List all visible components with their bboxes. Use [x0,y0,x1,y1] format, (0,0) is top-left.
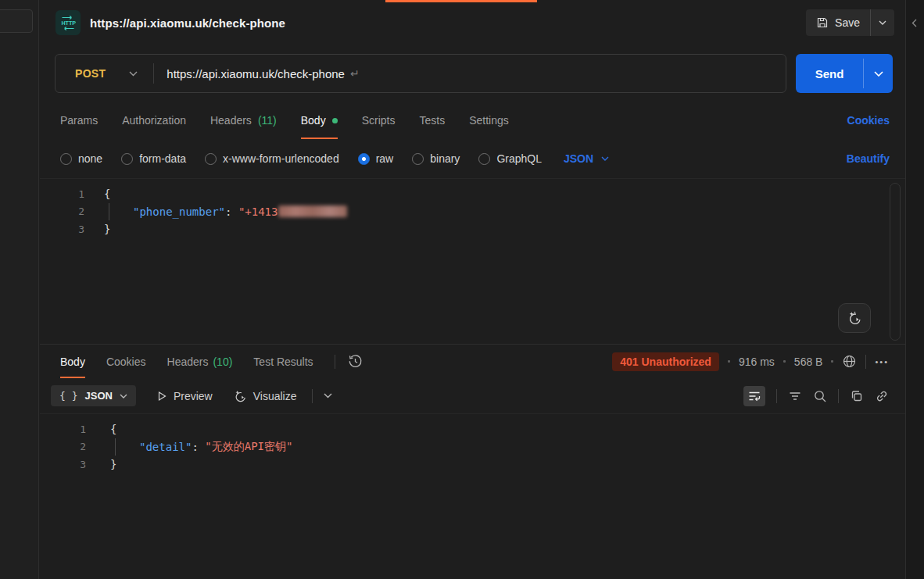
code-line: 1 { [40,185,905,203]
radio-graphql[interactable]: GraphQL [478,152,542,165]
http-request-icon: HTTP [56,10,81,35]
sidebar-collapsed-item[interactable] [0,9,33,33]
code-line: 2 "phone_number": "+1413 [40,203,905,221]
request-body-editor[interactable]: 1 { 2 "phone_number": "+1413 3 } [40,178,905,344]
status-badge[interactable]: 401 Unauthorized [612,352,719,371]
request-title: https://api.xiaomu.uk/check-phone [90,16,285,30]
cookies-link[interactable]: Cookies [847,102,890,139]
code-text: { [110,423,116,435]
send-options-button[interactable] [864,54,893,93]
url-input-box: POST https://api.xiaomu.uk/check-phone ↵ [55,54,786,93]
response-tool-icons [743,386,889,406]
code-line: 2 "detail": "无效的API密钥" [40,438,905,456]
network-info-button[interactable] [842,354,857,369]
chevron-down-icon [601,156,609,161]
chevron-down-icon [874,71,883,77]
response-tab-test-results[interactable]: Test Results [253,345,313,378]
divider [335,355,335,369]
code-line: 3 } [40,456,905,474]
code-text: "phone_number": "+1413 [104,206,347,218]
radio-raw[interactable]: raw [358,152,394,165]
preview-button[interactable]: Preview [156,390,213,402]
visualize-button[interactable]: Visualize [233,389,297,403]
json-separator: : [192,441,205,453]
wrap-text-icon [747,389,761,403]
response-history-button[interactable] [348,354,363,369]
method-selector[interactable]: POST [56,67,153,80]
radio-binary[interactable]: binary [412,152,460,165]
preview-label: Preview [174,390,213,402]
wrap-text-button[interactable] [743,386,765,406]
postbot-sparkle-icon [847,310,862,326]
json-separator: : [225,206,238,218]
url-builder-row: POST https://api.xiaomu.uk/check-phone ↵… [40,45,905,102]
search-button[interactable] [813,389,827,403]
copy-icon [850,389,864,403]
divider [312,389,313,403]
radio-x-www-form-urlencoded[interactable]: x-www-form-urlencoded [205,152,339,165]
radio-binary-label: binary [430,152,460,165]
tab-headers[interactable]: Headers (11) [210,102,277,139]
response-tab-body[interactable]: Body [60,345,85,378]
history-clock-icon [348,354,363,369]
tab-scripts[interactable]: Scripts [362,102,396,139]
response-tab-headers-label: Headers [167,356,209,368]
chevron-left-icon[interactable] [911,19,917,27]
beautify-link[interactable]: Beautify [847,152,890,165]
radio-form-data[interactable]: form-data [121,152,186,165]
tab-settings[interactable]: Settings [469,102,509,139]
tab-body-label: Body [301,114,326,127]
response-tab-headers[interactable]: Headers (10) [167,345,233,378]
radio-circle-icon [60,153,72,165]
radio-none[interactable]: none [60,152,102,165]
link-button[interactable] [875,389,889,403]
filter-button[interactable] [788,389,802,403]
divider [865,355,866,369]
save-button[interactable]: Save [806,16,870,29]
chevron-down-icon [120,394,127,399]
url-input[interactable]: https://api.xiaomu.uk/check-phone [154,67,345,80]
response-format-select[interactable]: { } JSON [51,385,136,406]
chevron-down-icon [324,393,332,399]
response-time[interactable]: 916 ms [739,356,775,368]
radio-urlencoded-label: x-www-form-urlencoded [223,152,339,165]
tab-headers-label: Headers [210,114,252,127]
radio-none-label: none [78,152,102,165]
visualize-label: Visualize [253,390,297,402]
save-split-button: Save [806,9,894,36]
save-button-label: Save [835,16,860,29]
radio-circle-icon [478,153,490,165]
copy-button[interactable] [850,389,864,403]
json-value: "无效的API密钥" [205,440,292,454]
format-options-button[interactable] [324,393,332,399]
tab-params[interactable]: Params [60,102,98,139]
dot-separator [783,360,786,363]
tab-scripts-label: Scripts [362,114,396,127]
body-format-select[interactable]: JSON [564,152,609,165]
response-tab-headers-count: (10) [213,356,232,368]
tab-tests[interactable]: Tests [419,102,445,139]
response-tab-body-label: Body [60,356,85,368]
radio-circle-icon [121,153,133,165]
send-button[interactable]: Send [796,54,863,93]
response-header: Body Cookies Headers (10) Test Results [40,344,905,378]
radio-circle-icon [412,153,424,165]
app-window: HTTP https://api.xiaomu.uk/check-phone S… [0,0,924,579]
postbot-button[interactable] [838,303,871,333]
editor-scrollbar[interactable] [890,183,901,341]
radio-selected-icon [358,153,370,165]
more-actions-button[interactable]: ••• [875,357,889,366]
dot-separator [831,360,833,363]
line-number: 3 [40,459,86,470]
tab-body[interactable]: Body [301,102,338,139]
body-type-row: none form-data x-www-form-urlencoded raw… [40,139,905,178]
response-size[interactable]: 568 B [794,356,823,368]
response-tab-cookies[interactable]: Cookies [106,345,146,378]
response-toolbar: { } JSON Preview [40,378,905,414]
tab-authorization[interactable]: Authorization [122,102,186,139]
response-body-editor[interactable]: 1 { 2 "detail": "无效的API密钥" 3 } [40,414,905,579]
send-split-button: Send [796,54,893,93]
save-options-button[interactable] [871,9,894,36]
radio-circle-icon [205,153,217,165]
line-number: 2 [40,441,86,452]
